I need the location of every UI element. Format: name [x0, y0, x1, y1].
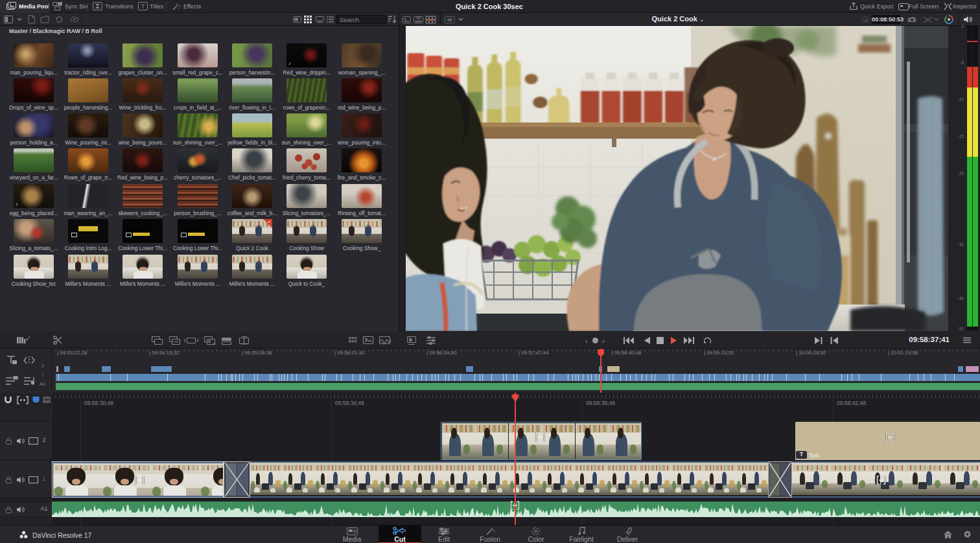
svg-text:T: T: [141, 3, 145, 10]
